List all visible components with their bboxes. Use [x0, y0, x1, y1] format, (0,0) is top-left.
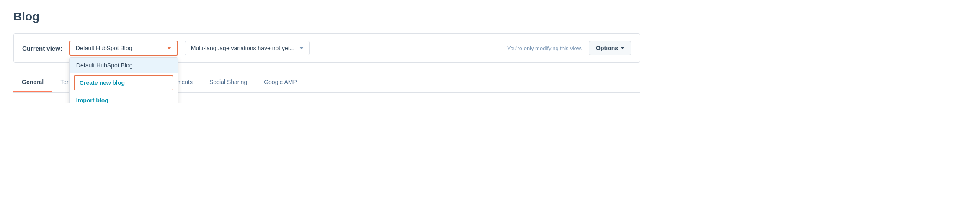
view-notice: You're only modifying this view.	[507, 45, 582, 51]
blog-dropdown[interactable]: Default HubSpot Blog	[69, 41, 178, 56]
lang-dropdown[interactable]: Multi-language variations have not yet..…	[185, 41, 310, 55]
options-button[interactable]: Options	[589, 41, 631, 55]
tab-google-amp[interactable]: Google AMP	[255, 73, 305, 92]
page-container: Blog Current view: Default HubSpot Blog …	[0, 0, 653, 103]
page-title: Blog	[13, 10, 640, 23]
dropdown-item-default[interactable]: Default HubSpot Blog	[70, 58, 178, 73]
tab-social-sharing[interactable]: Social Sharing	[201, 73, 255, 92]
lang-dropdown-text: Multi-language variations have not yet..…	[191, 45, 294, 51]
blog-dropdown-menu: Default HubSpot Blog Create new blog Imp…	[69, 57, 178, 103]
options-button-label: Options	[596, 45, 618, 51]
blog-dropdown-arrow-icon	[167, 47, 171, 49]
tab-general[interactable]: General	[13, 73, 52, 92]
current-view-label: Current view:	[22, 45, 62, 52]
current-view-bar: Current view: Default HubSpot Blog Defau…	[13, 33, 640, 63]
blog-dropdown-text: Default HubSpot Blog	[76, 45, 132, 51]
lang-dropdown-arrow-icon	[299, 47, 304, 49]
blog-dropdown-wrapper: Default HubSpot Blog Default HubSpot Blo…	[69, 41, 178, 56]
options-button-arrow-icon	[621, 47, 624, 49]
dropdown-item-import[interactable]: Import blog	[70, 93, 178, 103]
dropdown-item-create-new[interactable]: Create new blog	[74, 75, 173, 90]
